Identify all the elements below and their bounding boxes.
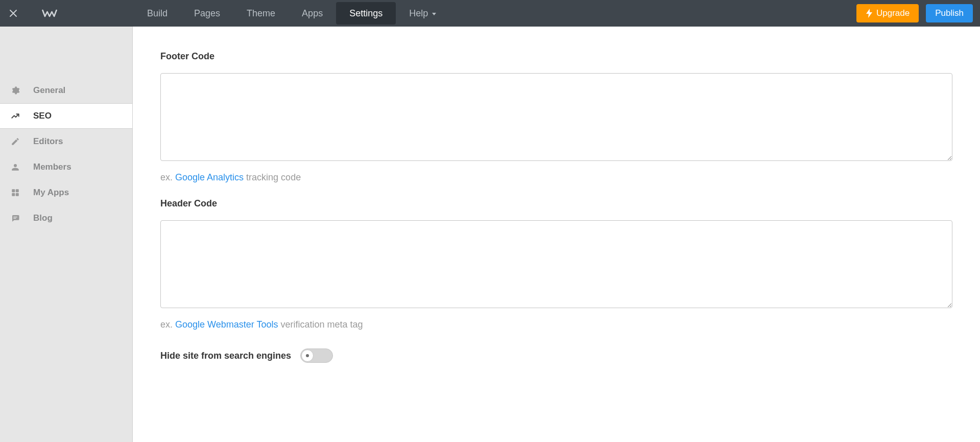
- helper-suffix: tracking code: [244, 172, 301, 182]
- nav-help[interactable]: Help: [396, 0, 449, 27]
- sidebar-item-label: General: [33, 85, 65, 96]
- sidebar-item-seo[interactable]: SEO: [0, 103, 132, 129]
- footer-code-section: Footer Code ex. Google Analytics trackin…: [160, 51, 952, 183]
- close-button[interactable]: [0, 0, 27, 27]
- sidebar-item-label: SEO: [33, 111, 52, 121]
- sidebar-item-myapps[interactable]: My Apps: [0, 180, 132, 205]
- nav-label: Settings: [349, 8, 383, 19]
- toggle-knob: [301, 350, 314, 362]
- svg-rect-4: [13, 217, 17, 217]
- nav-items: Build Pages Theme Apps Settings Help: [134, 0, 449, 27]
- hide-site-label: Hide site from search engines: [160, 351, 291, 361]
- trend-icon: [11, 111, 33, 121]
- nav-label: Apps: [302, 8, 323, 19]
- sidebar-item-label: My Apps: [33, 188, 69, 198]
- hide-site-row: Hide site from search engines: [160, 348, 952, 363]
- footer-code-input[interactable]: [160, 73, 952, 161]
- svg-rect-2: [12, 193, 15, 196]
- sidebar: General SEO Editors Members My Apps Blog: [0, 27, 133, 442]
- hide-site-toggle[interactable]: [300, 348, 333, 363]
- nav-label: Build: [147, 8, 168, 19]
- main: General SEO Editors Members My Apps Blog…: [0, 27, 980, 442]
- sidebar-item-label: Members: [33, 162, 71, 172]
- sidebar-item-editors[interactable]: Editors: [0, 129, 132, 154]
- gear-icon: [11, 86, 33, 95]
- sidebar-item-blog[interactable]: Blog: [0, 205, 132, 231]
- content: Footer Code ex. Google Analytics trackin…: [133, 27, 980, 442]
- publish-label: Publish: [935, 8, 964, 18]
- google-analytics-link[interactable]: Google Analytics: [175, 172, 244, 182]
- lightning-icon: [866, 9, 873, 18]
- footer-code-label: Footer Code: [160, 51, 952, 62]
- weebly-logo[interactable]: [27, 0, 73, 27]
- nav-label: Pages: [194, 8, 220, 19]
- nav-label: Help: [409, 8, 428, 19]
- footer-code-helper: ex. Google Analytics tracking code: [160, 172, 952, 183]
- header-code-helper: ex. Google Webmaster Tools verification …: [160, 319, 952, 330]
- svg-rect-1: [16, 189, 19, 192]
- pencil-icon: [11, 137, 33, 146]
- nav-label: Theme: [247, 8, 275, 19]
- nav-theme[interactable]: Theme: [233, 0, 289, 27]
- nav-pages[interactable]: Pages: [181, 0, 233, 27]
- nav-build[interactable]: Build: [134, 0, 181, 27]
- header-code-label: Header Code: [160, 198, 952, 209]
- person-icon: [11, 162, 33, 172]
- svg-rect-3: [16, 193, 19, 196]
- header-code-input[interactable]: [160, 220, 952, 308]
- helper-suffix: verification meta tag: [278, 319, 363, 330]
- svg-rect-5: [13, 218, 16, 219]
- topbar-left: Build Pages Theme Apps Settings Help: [0, 0, 449, 27]
- helper-prefix: ex.: [160, 319, 175, 330]
- google-webmaster-tools-link[interactable]: Google Webmaster Tools: [175, 319, 278, 330]
- header-code-section: Header Code ex. Google Webmaster Tools v…: [160, 198, 952, 330]
- nav-settings[interactable]: Settings: [336, 2, 396, 25]
- topbar: Build Pages Theme Apps Settings Help Upg…: [0, 0, 980, 27]
- helper-prefix: ex.: [160, 172, 175, 182]
- logo-icon: [42, 7, 57, 19]
- sidebar-item-label: Blog: [33, 213, 53, 223]
- close-icon: [9, 9, 18, 18]
- nav-apps[interactable]: Apps: [289, 0, 336, 27]
- upgrade-label: Upgrade: [876, 8, 910, 18]
- topbar-right: Upgrade Publish: [856, 4, 980, 22]
- apps-icon: [11, 188, 33, 197]
- sidebar-item-label: Editors: [33, 136, 63, 147]
- sidebar-item-general[interactable]: General: [0, 78, 132, 103]
- sidebar-item-members[interactable]: Members: [0, 154, 132, 180]
- upgrade-button[interactable]: Upgrade: [856, 4, 919, 22]
- speech-icon: [11, 214, 33, 223]
- publish-button[interactable]: Publish: [926, 4, 973, 22]
- svg-rect-0: [12, 189, 15, 192]
